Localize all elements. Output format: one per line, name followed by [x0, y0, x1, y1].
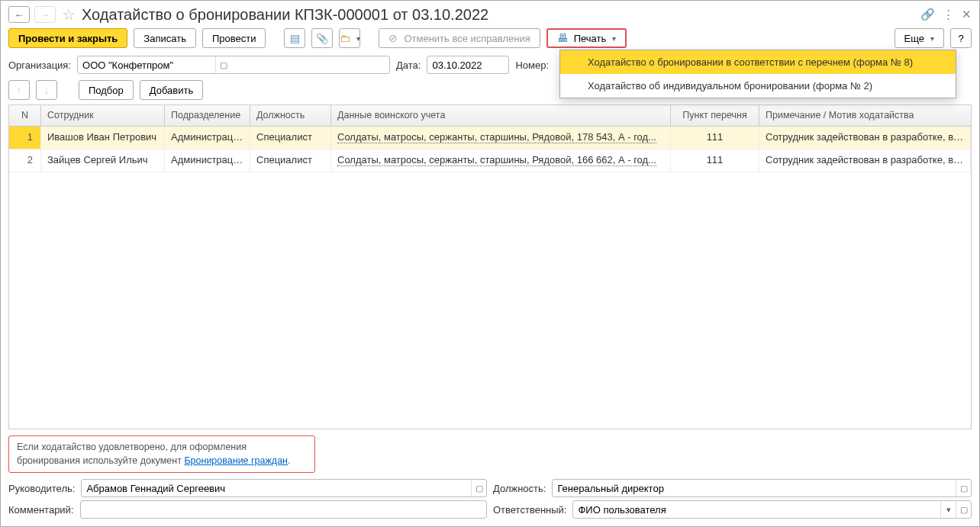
close-icon[interactable]: ✕ [962, 8, 972, 21]
table-body[interactable]: 1 Ивашов Иван Петрович Администрация Спе… [9, 127, 971, 429]
print-dropdown-menu: Ходатайство о бронировании в соответстви… [559, 50, 956, 98]
position-open-button[interactable]: ▢ [956, 480, 971, 496]
cell-point: 111 [671, 127, 759, 149]
cell-note: Сотрудник задействован в разработке, в с… [759, 127, 971, 149]
info-text-end: . [288, 455, 290, 466]
link-icon[interactable]: 🔗 [920, 8, 935, 21]
col-military-header[interactable]: Данные воинского учета [331, 105, 671, 126]
footer-row-1: Руководитель: ▢ Должность: ▢ [1, 477, 979, 499]
responsible-dropdown-button[interactable]: ▾ [940, 501, 956, 518]
cell-employee: Зайцев Сергей Ильич [41, 149, 165, 172]
header-bar: ← → ☆ Ходатайство о бронировании КПЗК-00… [1, 1, 979, 25]
table-row[interactable]: 1 Ивашов Иван Петрович Администрация Спе… [9, 127, 971, 149]
comment-input-group [80, 500, 488, 519]
number-label: Номер: [515, 59, 549, 71]
date-input-group [427, 56, 509, 74]
cell-military: Солдаты, матросы, сержанты, старшины, Ря… [331, 149, 671, 172]
select-button[interactable]: Подбор [79, 80, 134, 100]
kebab-menu-icon[interactable]: ⋮ [943, 8, 954, 21]
footer-row-2: Комментарий: Ответственный: ▾ ▢ [1, 499, 979, 526]
comment-input[interactable] [81, 501, 487, 518]
position-label: Должность: [493, 483, 546, 494]
responsible-input-group: ▾ ▢ [572, 500, 972, 519]
position-input[interactable] [553, 480, 956, 496]
military-link[interactable]: Солдаты, матросы, сержанты, старшины, Ря… [337, 154, 656, 166]
cell-employee: Ивашов Иван Петрович [41, 127, 165, 149]
responsible-label: Ответственный: [493, 504, 566, 516]
col-position-header[interactable]: Должность [250, 105, 331, 126]
cell-point: 111 [671, 149, 759, 172]
window: ← → ☆ Ходатайство о бронировании КПЗК-00… [0, 0, 980, 527]
manager-label: Руководитель: [8, 483, 75, 494]
post-and-close-button[interactable]: Провести и закрыть [8, 28, 127, 48]
favorite-star-icon[interactable]: ☆ [62, 5, 76, 24]
more-button[interactable]: Еще [895, 28, 944, 48]
header-actions: 🔗 ⋮ ✕ [920, 8, 972, 21]
form-icon [290, 32, 300, 44]
booking-link[interactable]: Бронирование граждан [184, 455, 288, 466]
info-hint-box: Если ходатайство удовлетворено, для офор… [8, 435, 315, 473]
col-note-header[interactable]: Примечание / Мотив ходатайства [759, 105, 971, 126]
org-open-button[interactable]: ▢ [215, 56, 230, 73]
print-dropdown-button[interactable]: Печать [546, 28, 627, 48]
comment-label: Комментарий: [8, 504, 74, 516]
cell-department: Администрация [165, 149, 250, 172]
nav-back-button[interactable]: ← [8, 6, 30, 23]
cell-n: 1 [9, 127, 41, 149]
nav-forward-button: → [34, 6, 56, 23]
manager-input[interactable] [82, 480, 471, 496]
date-label: Дата: [396, 59, 421, 71]
col-employee-header[interactable]: Сотрудник [41, 105, 165, 126]
print-menu-item-form2[interactable]: Ходатайство об индивидуальном бронирован… [560, 74, 956, 98]
org-label: Организация: [8, 59, 71, 71]
folder-icon [340, 32, 350, 44]
printer-icon [557, 32, 571, 44]
save-button[interactable]: Записать [134, 28, 196, 48]
date-input[interactable] [427, 56, 508, 73]
help-button[interactable]: ? [950, 28, 972, 48]
row-up-button[interactable]: ↑ [8, 80, 30, 100]
attach-button[interactable] [311, 28, 333, 48]
cell-department: Администрация [165, 127, 250, 149]
manager-input-group: ▢ [81, 479, 487, 497]
col-n-header[interactable]: N [9, 105, 41, 126]
print-menu-item-form8[interactable]: Ходатайство о бронировании в соответстви… [560, 50, 956, 74]
col-point-header[interactable]: Пункт перечня [671, 105, 759, 126]
cell-n: 2 [9, 149, 41, 172]
add-button[interactable]: Добавить [140, 80, 203, 100]
cell-position: Специалист [250, 127, 331, 149]
form-icon-button[interactable] [284, 28, 305, 48]
table-header: N Сотрудник Подразделение Должность Данн… [9, 105, 971, 127]
employee-table: N Сотрудник Подразделение Должность Данн… [8, 104, 972, 429]
military-link[interactable]: Солдаты, матросы, сержанты, старшины, Ря… [337, 131, 656, 143]
cancel-icon [388, 32, 401, 44]
window-title: Ходатайство о бронировании КПЗК-000001 о… [82, 6, 916, 24]
table-row[interactable]: 2 Зайцев Сергей Ильич Администрация Спец… [9, 149, 971, 172]
org-input-group: ▢ [77, 56, 390, 74]
responsible-open-button[interactable]: ▢ [956, 501, 971, 518]
manager-open-button[interactable]: ▢ [471, 480, 486, 496]
col-department-header[interactable]: Подразделение [165, 105, 250, 126]
post-button[interactable]: Провести [202, 28, 266, 48]
responsible-input[interactable] [573, 501, 940, 518]
position-input-group: ▢ [552, 479, 972, 497]
folder-dropdown-button[interactable] [339, 28, 360, 48]
row-down-button[interactable]: ↓ [36, 80, 57, 100]
org-input[interactable] [78, 56, 215, 73]
cell-note: Сотрудник задействован в разработке, в с… [759, 149, 971, 172]
cell-military: Солдаты, матросы, сержанты, старшины, Ря… [331, 127, 671, 149]
cancel-fixes-button: Отменить все исправления [379, 28, 540, 48]
paperclip-icon [316, 33, 328, 44]
cell-position: Специалист [250, 149, 331, 172]
